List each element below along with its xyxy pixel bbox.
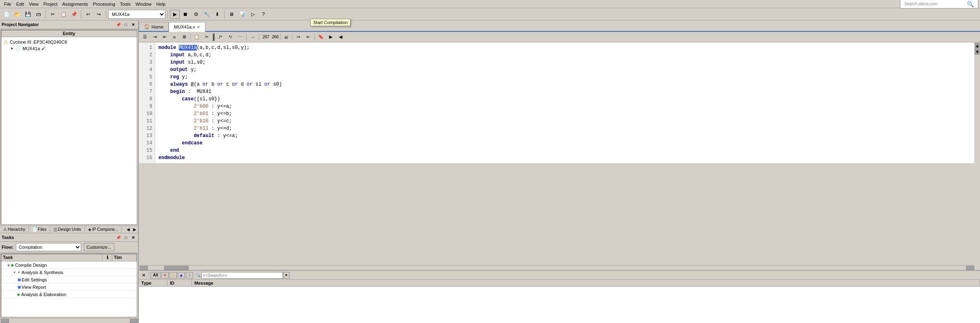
module-item[interactable]: ▶ 📄 MUX41a 🖋 [3,45,135,51]
code-scroll-left[interactable] [140,266,148,270]
filter-note-btn[interactable]: ℹ [186,272,193,279]
tab-hierarchy[interactable]: ⚠ Hierarchy [0,226,29,233]
timing-btn[interactable]: 📊 [237,10,247,19]
stop-btn[interactable]: ⏹ [180,10,190,19]
ed-normal-btn[interactable]: a/ [282,33,290,41]
tasks-scroll-thumb-left[interactable] [1,319,9,323]
save-all-btn[interactable]: 🗃 [33,10,43,19]
code-scroll-thumb[interactable] [164,266,189,270]
tasks-hscrollbar[interactable] [0,318,138,323]
bottom-search-input[interactable] [201,272,283,279]
vscroll-up[interactable]: ▲ [975,43,980,49]
code-vscrollbar[interactable]: ▲ ▼ [974,42,980,270]
task-view-report[interactable]: ◼ View Report [1,283,137,291]
filter-info-btn[interactable]: ▲ [178,272,185,279]
new-file-btn[interactable]: 📄 [2,10,11,19]
ed-copy-btn[interactable]: 📋 [192,33,201,41]
menu-window[interactable]: Window [133,1,154,7]
module-dropdown[interactable]: MUX41a [108,10,165,19]
open-file-btn[interactable]: 📂 [12,10,22,19]
ed-next-bookmark-btn[interactable]: ▶ [326,33,335,41]
compile-btn[interactable]: ▶ [170,10,180,19]
analysis-synthesis-expand2[interactable]: ▼ [17,270,21,274]
tasks-scroll-thumb-right[interactable] [130,319,138,323]
code-editor[interactable]: 12345 678910 111213141516 module MUX41a(… [139,42,974,163]
cut-btn[interactable]: ✂ [48,10,58,19]
entity-tree: ⚠ Cyclone III: EP3C40Q240C8 ▶ 📄 MUX41a 🖋 [1,37,137,53]
tasks-header: Tasks 📌 □ ✕ [0,233,138,242]
ed-outdent-btn[interactable]: ⇤ [160,33,169,41]
menu-assignments[interactable]: Assignments [60,1,91,7]
ed-uncomment-btn[interactable]: */ [226,33,235,41]
menu-edit[interactable]: Edit [14,1,27,7]
search-altera[interactable]: Search altera.com 🔍 [900,0,978,9]
tab-ip-components[interactable]: ◈ IP Compone... [85,226,122,233]
ed-prev-bookmark-btn[interactable]: ◀ [336,33,345,41]
ed-sep-3 [259,33,259,41]
filter-error-btn[interactable]: ✕ [161,272,169,279]
save-btn[interactable]: 💾 [23,10,33,19]
ed-toggle-btn[interactable]: ☰ [140,33,149,41]
menu-help[interactable]: Help [154,1,168,7]
nav-close-btn[interactable]: ✕ [130,21,136,28]
code-scroll-area[interactable]: 12345 678910 111213141516 module MUX41a(… [139,42,974,265]
ed-macro-btn[interactable]: ⋯ [236,33,245,41]
menu-project[interactable]: Project [41,1,60,7]
filter-all-btn[interactable]: All [151,272,160,279]
task-analysis-synthesis[interactable]: ▼ ▼ Analysis & Synthesis [1,269,137,276]
task-analysis-elaboration[interactable]: ▶ Analysis & Elaboration [1,291,137,298]
code-scroll-right[interactable] [966,266,974,270]
settings-btn[interactable]: 🔧 [202,10,212,19]
view-report-icon: ◼ [18,285,21,289]
nav-tab-arrow-left[interactable]: ◀ [125,226,131,232]
nav-maximize-btn[interactable]: □ [122,21,129,28]
menu-view[interactable]: View [27,1,41,7]
tab-files[interactable]: 📄 Files [29,226,50,233]
mux41a-close-icon[interactable]: ✕ [197,25,200,29]
bottom-close-btn[interactable]: ✕ [140,272,147,279]
nav-tab-arrow-right[interactable]: ▶ [131,226,138,232]
chip-planner-btn[interactable]: 🖥 [227,10,236,19]
paste-btn[interactable]: 📌 [69,10,79,19]
tasks-pin-btn[interactable]: 📌 [115,234,122,241]
tab-mux41a[interactable]: MUX41a.v ✕ [169,22,205,32]
ed-comment-btn[interactable]: /* [216,33,225,41]
menu-tools[interactable]: Tools [118,1,133,7]
ed-bookmark-btn[interactable]: 🔖 [316,33,325,41]
tasks-flow-bar: Flow: Compilation Customize... [0,242,138,253]
bottom-search-dropdown[interactable]: ▼ [283,272,290,279]
analyze-btn[interactable]: ⚙ [191,10,201,19]
task-compile-design[interactable]: ▶ ▶ Compile Design [1,261,137,269]
filter-warn-btn[interactable]: ⚠ [169,272,177,279]
tab-design-units[interactable]: ◫ Design Units [50,226,85,233]
flow-select[interactable]: Compilation [16,243,81,251]
tasks-close-btn[interactable]: ✕ [130,234,136,241]
ed-align-btn[interactable]: ≡ [170,33,179,41]
program-btn[interactable]: ⬇ [212,10,222,19]
redo-btn[interactable]: ↪ [94,10,104,19]
nav-pin-btn[interactable]: 📌 [115,21,122,28]
ed-prev-btn[interactable]: ⇐ [304,33,313,41]
analysis-synthesis-expand[interactable]: ▼ [13,270,16,274]
ed-align2-btn[interactable]: ≣ [180,33,189,41]
task-edit-settings[interactable]: ◼ Edit Settings [1,276,137,283]
menu-processing[interactable]: Processing [91,1,118,7]
code-content[interactable]: module MUX41a(a,b,c,d,sl,s0,y); input a,… [155,42,974,163]
tasks-maximize-btn[interactable]: □ [122,234,129,241]
vscroll-down[interactable]: ▼ [975,49,980,55]
customize-btn[interactable]: Customize... [84,243,114,251]
help-btn[interactable]: ? [258,10,268,19]
sim-btn[interactable]: ▷ [248,10,258,19]
ed-indent-btn[interactable]: ⇥ [150,33,159,41]
code-hscrollbar[interactable] [139,265,974,270]
ed-next-btn[interactable]: ⇒ [294,33,303,41]
compile-design-expand[interactable]: ▶ [8,263,11,267]
tab-home[interactable]: 🏠 Home [139,22,169,31]
view-report-cell: ◼ View Report [1,284,102,290]
menu-file[interactable]: File [2,1,14,7]
ed-cut-btn[interactable]: ✂ [202,33,211,41]
undo-btn[interactable]: ↩ [83,10,93,19]
copy-btn[interactable]: 📋 [58,10,68,19]
ed-goto-btn[interactable]: → [248,33,257,41]
compile-design-expand2[interactable]: ▶ [11,263,14,267]
